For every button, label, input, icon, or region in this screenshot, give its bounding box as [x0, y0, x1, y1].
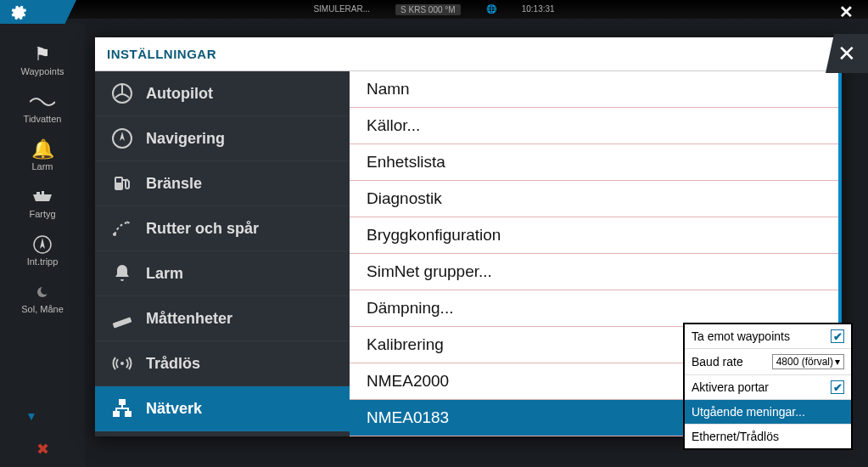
- checkbox-checked-icon[interactable]: ✔: [831, 380, 844, 394]
- leftbar-cancel[interactable]: ✖: [36, 440, 49, 459]
- svg-point-2: [41, 286, 49, 295]
- popup-baud-rate[interactable]: Baud rate 4800 (förval) ▾: [685, 349, 851, 375]
- popup-enable-ports[interactable]: Aktivera portar ✔: [685, 375, 851, 400]
- compass-icon: [33, 234, 52, 255]
- wireless-icon: [110, 352, 134, 375]
- sidebar-item-wireless[interactable]: Trådlös: [95, 341, 350, 386]
- content-item-bridgeconfig[interactable]: Bryggkonfiguration: [350, 217, 838, 254]
- status-bar: SIMULERAR... S KRS 000 °M 🌐 10:13:31 ✕: [0, 0, 868, 19]
- svg-rect-12: [114, 412, 119, 416]
- svg-rect-13: [126, 412, 131, 416]
- content-item-devicelist[interactable]: Enhetslista: [350, 144, 838, 181]
- dropdown-caret-icon: ▾: [835, 356, 840, 368]
- checkbox-checked-icon[interactable]: ✔: [831, 329, 844, 343]
- leftbar-trip[interactable]: Int.tripp: [0, 229, 85, 272]
- ruler-icon: [110, 307, 134, 330]
- status-sim: SIMULERAR...: [313, 4, 370, 15]
- svg-rect-11: [120, 400, 125, 404]
- sidebar-item-units[interactable]: Måttenheter: [95, 296, 350, 341]
- wave-icon: [30, 92, 55, 112]
- content-item-name[interactable]: Namn: [350, 71, 838, 108]
- chevron-down-icon[interactable]: ▼: [25, 409, 37, 423]
- nmea0183-popup: Ta emot waypoints ✔ Baud rate 4800 (förv…: [683, 323, 853, 450]
- status-course: S KRS 000 °M: [395, 4, 461, 15]
- baud-rate-select[interactable]: 4800 (förval) ▾: [772, 354, 844, 369]
- leftbar-tides[interactable]: Tidvatten: [0, 87, 85, 129]
- gear-tab[interactable]: [0, 0, 76, 24]
- leftbar-waypoints[interactable]: ⚑ Waypoints: [0, 39, 85, 82]
- gear-icon: [8, 3, 27, 21]
- sidebar-item-routes[interactable]: Rutter och spår: [95, 206, 350, 251]
- leftbar-vessels[interactable]: Fartyg: [0, 182, 85, 224]
- close-icon: ✕: [837, 41, 856, 67]
- leftbar-alarms[interactable]: 🔔 Larm: [0, 134, 85, 177]
- popup-outgoing-sentences[interactable]: Utgående meningar...: [685, 400, 851, 425]
- settings-sidebar: Autopilot Navigering Bränsle Rutter och …: [95, 71, 350, 436]
- close-icon[interactable]: ✕: [829, 0, 863, 24]
- sidebar-item-network[interactable]: Nätverk: [95, 386, 350, 431]
- network-icon: [110, 397, 134, 420]
- bell-icon: 🔔: [31, 139, 54, 160]
- fuel-pump-icon: [110, 172, 134, 195]
- sidebar-item-navigation[interactable]: Navigering: [95, 116, 350, 161]
- sidebar-item-fuel[interactable]: Bränsle: [95, 161, 350, 206]
- cancel-icon: ✖: [36, 441, 49, 458]
- svg-rect-7: [116, 178, 121, 183]
- content-item-diagnostics[interactable]: Diagnostik: [350, 181, 838, 217]
- sidebar-item-alarms[interactable]: Larm: [95, 251, 350, 296]
- svg-point-10: [120, 362, 124, 365]
- route-icon: [110, 217, 134, 240]
- flag-icon: ⚑: [34, 44, 51, 65]
- popup-ethernet-wireless[interactable]: Ethernet/Trådlös: [685, 425, 851, 448]
- globe-icon: 🌐: [486, 4, 496, 15]
- content-item-damping[interactable]: Dämpning...: [350, 290, 838, 327]
- svg-point-8: [113, 233, 116, 236]
- svg-rect-9: [113, 317, 132, 328]
- content-item-simnet[interactable]: SimNet grupper...: [350, 254, 838, 290]
- sidebar-item-autopilot[interactable]: Autopilot: [95, 71, 350, 116]
- leftbar-sun-moon[interactable]: Sol, Måne: [0, 277, 85, 319]
- bell-icon: [110, 262, 134, 285]
- sun-moon-icon: [32, 282, 53, 302]
- compass-icon: [110, 127, 134, 150]
- left-toolbar: ⚑ Waypoints Tidvatten 🔔 Larm Fartyg Int.…: [0, 24, 85, 467]
- dialog-title: INSTÄLLNINGAR: [95, 37, 842, 71]
- popup-receive-waypoints[interactable]: Ta emot waypoints ✔: [685, 324, 851, 349]
- content-item-sources[interactable]: Källor...: [350, 108, 838, 144]
- status-time: 10:13:31: [522, 4, 555, 15]
- ship-icon: [31, 187, 53, 207]
- steering-wheel-icon: [110, 82, 134, 105]
